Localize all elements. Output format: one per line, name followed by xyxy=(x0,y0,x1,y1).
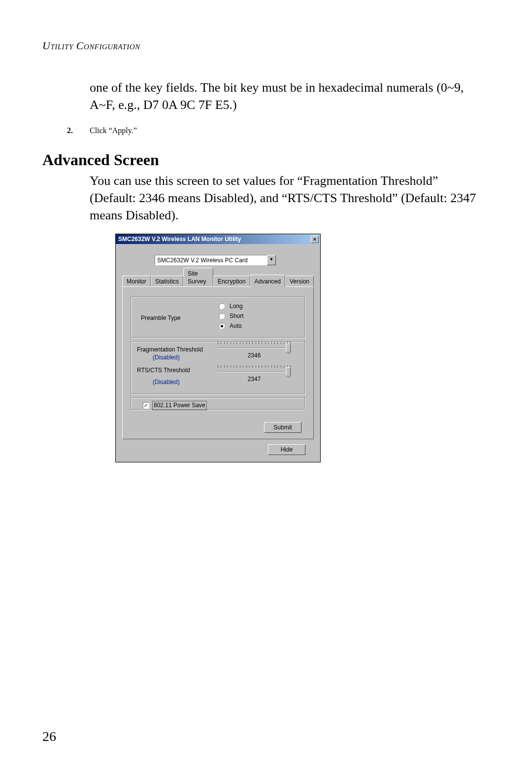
titlebar-text: SMC2632W V.2 Wireless LAN Monitor Utilit… xyxy=(118,235,241,243)
rts-label: RTS/CTS Threshold xyxy=(137,366,190,374)
button-label: Hide xyxy=(281,446,293,453)
radio-label: Short xyxy=(230,312,244,320)
section-intro-text: You can use this screen to set values fo… xyxy=(90,174,476,222)
tab-advanced[interactable]: Advanced xyxy=(250,275,285,287)
paragraph-text: one of the key fields. The bit key must … xyxy=(90,80,464,112)
rts-slider[interactable]: 2347 xyxy=(218,364,291,374)
slider-ticks xyxy=(218,365,291,368)
fragmentation-slider[interactable]: 2346 xyxy=(218,341,291,351)
chevron-down-icon[interactable]: ▼ xyxy=(267,255,276,265)
adapter-select[interactable]: SMC2632W V.2 Wireless PC Card▼ xyxy=(155,255,278,265)
page-number: 26 xyxy=(42,729,56,744)
wlan-utility-dialog: SMC2632W V.2 Wireless LAN Monitor Utilit… xyxy=(115,234,321,462)
powersave-group: ✓ 802.11 Power Save xyxy=(131,397,305,410)
hide-button[interactable]: Hide xyxy=(268,444,305,455)
radio-long[interactable]: Long xyxy=(219,301,244,311)
radio-icon xyxy=(219,313,225,319)
preamble-radios: Long Short Auto xyxy=(219,301,244,331)
running-head-text: Utility Configuration xyxy=(42,39,140,52)
threshold-group: Fragmentation Threshold (Disabled) 2346 … xyxy=(131,341,305,394)
fragmentation-label: Fragmentation Threshold xyxy=(137,346,203,353)
step-text: Click “Apply.” xyxy=(90,126,137,135)
preamble-label: Preamble Type xyxy=(141,314,181,322)
adapter-select-value: SMC2632W V.2 Wireless PC Card xyxy=(155,255,267,265)
tab-version[interactable]: Version xyxy=(285,276,314,287)
submit-button[interactable]: Submit xyxy=(264,422,301,433)
fragmentation-value: 2346 xyxy=(218,352,291,359)
slider-ticks xyxy=(218,342,291,345)
radio-auto[interactable]: Auto xyxy=(219,321,244,331)
rts-value: 2347 xyxy=(218,375,291,383)
running-head: Utility Configuration xyxy=(42,39,478,52)
tab-label: Encryption xyxy=(218,278,246,285)
slider-track xyxy=(218,371,291,372)
titlebar: SMC2632W V.2 Wireless LAN Monitor Utilit… xyxy=(116,234,320,244)
tab-label: Statistics xyxy=(155,278,179,285)
tab-monitor[interactable]: Monitor xyxy=(122,276,151,287)
section-intro: You can use this screen to set values fo… xyxy=(90,172,478,224)
power-save-label: 802.11 Power Save xyxy=(152,401,207,410)
step-item: 2. Click “Apply.” xyxy=(67,126,478,135)
checkbox-icon: ✓ xyxy=(143,402,149,409)
radio-label: Long xyxy=(230,302,243,310)
tab-panel-advanced: Preamble Type Long Short Auto xyxy=(122,286,314,439)
tab-label: Monitor xyxy=(127,278,146,285)
radio-label: Auto xyxy=(230,322,242,330)
button-label: Submit xyxy=(273,424,292,431)
screenshot-wrapper: SMC2632W V.2 Wireless LAN Monitor Utilit… xyxy=(90,234,478,462)
tab-encryption[interactable]: Encryption xyxy=(213,276,250,287)
radio-icon xyxy=(219,303,225,309)
rts-disabled: (Disabled) xyxy=(153,378,180,386)
tabstrip: Monitor Statistics Site Survey Encryptio… xyxy=(122,276,314,287)
radio-icon xyxy=(219,323,225,329)
tab-statistics[interactable]: Statistics xyxy=(151,276,183,287)
tab-label: Site Survey xyxy=(188,270,206,285)
tab-label: Version xyxy=(290,278,309,285)
tab-site-survey[interactable]: Site Survey xyxy=(183,268,213,287)
paragraph-continuation: one of the key fields. The bit key must … xyxy=(90,79,478,113)
step-list: 2. Click “Apply.” xyxy=(67,126,478,135)
tab-label: Advanced xyxy=(255,278,281,285)
manual-page: Utility Configuration one of the key fie… xyxy=(0,0,532,774)
radio-short[interactable]: Short xyxy=(219,311,244,321)
step-number: 2. xyxy=(67,126,83,135)
preamble-group: Preamble Type Long Short Auto xyxy=(131,297,305,338)
power-save-checkbox[interactable]: ✓ 802.11 Power Save xyxy=(143,401,207,410)
section-heading: Advanced Screen xyxy=(42,151,478,169)
fragmentation-disabled: (Disabled) xyxy=(153,353,180,361)
close-icon[interactable]: × xyxy=(311,236,319,243)
slider-track xyxy=(218,348,291,349)
